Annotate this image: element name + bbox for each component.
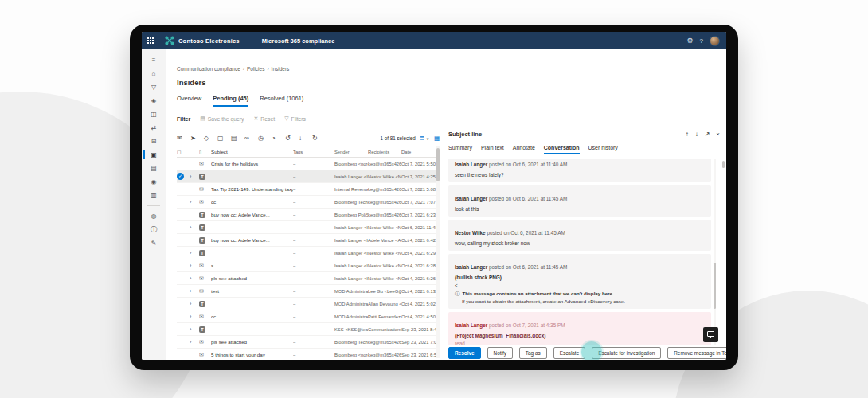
assign-icon[interactable]: ◔ [272,135,285,142]
create-case-icon[interactable]: ▢ [217,135,231,142]
view-selector[interactable]: ≣ ∨ [420,135,429,142]
edit-columns-icon[interactable]: ▦ [434,135,440,142]
filter-action-filters[interactable]: ▽Filters [284,115,306,122]
row-selected-checkbox[interactable]: ✓ [177,173,184,180]
previous-item-icon[interactable]: ↑ [686,131,689,138]
row-checkbox-cell[interactable]: ✓ [177,173,190,180]
sidebar-item-home[interactable]: ⌂ [142,67,166,80]
row-expand-chevron[interactable]: › [190,263,199,268]
close-icon[interactable]: × [716,131,720,138]
column-header-recipients[interactable]: Recipients [368,150,401,154]
help-icon[interactable]: ? [700,37,703,45]
tag-icon[interactable]: ◇ [204,135,217,142]
row-expand-chevron[interactable]: › [190,174,199,179]
panel-tab-annotate[interactable]: Annotate [513,145,535,154]
tab-overview[interactable]: Overview [177,95,201,107]
table-row[interactable]: ›✉test–MOD Administrato...Lee Gu <LeeG@M… [177,285,440,298]
column-header-subject[interactable]: Subject [211,149,293,154]
sidebar-item-menu[interactable]: ≡ [142,53,166,67]
sidebar-item-settings[interactable]: ◍ [142,209,166,223]
table-row[interactable]: ✓›T–Isaiah Langer <Isai...Nestor Wilke <… [177,170,440,183]
avatar[interactable] [710,36,720,46]
resolve-button[interactable]: Resolve [448,347,481,359]
app-launcher-button[interactable] [142,32,159,49]
filter-action-save-the-query[interactable]: ▤Save the query [200,115,244,122]
next-item-icon[interactable]: ↓ [695,131,698,138]
expand-icon[interactable]: ↗ [705,131,710,138]
table-row[interactable]: Tbuy now cc: Adele Vance...–Isaiah Lange… [177,234,440,247]
send-notice-icon[interactable]: ➤ [190,135,204,142]
table-scrollbar[interactable] [436,146,440,358]
table-row[interactable]: ›✉pls see attached–Isaiah Langer <Isai..… [177,272,440,285]
sidebar-item-compliance-manager[interactable]: ▽ [142,80,166,94]
row-subject[interactable]: pls see attached [211,339,293,345]
escalate-button[interactable]: Escalate [553,347,586,359]
sidebar-item-customize[interactable]: ✎ [142,236,166,250]
sidebar-item-people[interactable]: ◉ [142,175,166,189]
row-expand-chevron[interactable]: › [190,275,199,281]
select-all-checkbox[interactable]: ▢ [177,150,190,154]
table-row[interactable]: ✉Crisis for the holidays–Bloomberg <nore… [177,158,440,170]
table-row[interactable]: ›T–MOD Administrato...Allan Deyoung <Al.… [177,298,440,310]
table-row[interactable]: Tbuy now cc: Adele Vance...–Bloomberg Po… [177,209,440,221]
column-header-tags[interactable]: Tags [293,150,334,154]
sidebar-item-classifiers[interactable]: ◈ [142,94,166,107]
row-expand-chevron[interactable]: › [190,326,199,332]
panel-tab-user-history[interactable]: User history [588,145,618,154]
table-row[interactable]: ›T–Isaiah Langer <Isai...Nestor Wilke <N… [177,247,440,259]
notify-button[interactable]: Notify [487,347,513,359]
panel-tab-conversation[interactable]: Conversation [544,145,580,154]
table-row[interactable]: ›T–KSS <KSS@teams...Communications <...S… [177,323,440,336]
sidebar-item-data-connectors[interactable]: ⇄ [142,121,166,135]
gear-icon[interactable]: ⚙ [686,37,693,45]
row-subject[interactable]: 5 things to start your day [211,352,293,357]
table-row[interactable]: ✉Tax Tip 2021-149: Understanding taxpaye… [177,183,440,196]
pending-icon[interactable]: ◷ [258,135,272,142]
tab-resolved[interactable]: Resolved (1061) [260,95,303,107]
row-expand-chevron[interactable]: › [190,199,199,205]
row-expand-chevron[interactable]: › [190,314,199,319]
sidebar-item-catalog[interactable]: ⊞ [142,135,166,148]
table-row[interactable]: ›✉pls see attached–Bloomberg Technol...k… [177,336,440,349]
breadcrumb-item[interactable]: Insiders [272,66,290,72]
link-icon[interactable]: ∞ [244,135,258,142]
row-subject[interactable]: cc [211,199,293,205]
resolve-icon[interactable]: ✉ [177,135,190,142]
panel-tab-plain-text[interactable]: Plain text [481,145,504,154]
history-icon[interactable]: ↺ [285,135,299,142]
row-subject[interactable]: test [211,288,293,294]
row-expand-chevron[interactable]: › [190,250,199,256]
filter-action-reset[interactable]: ✕Reset [253,115,275,122]
row-subject[interactable]: pls see attached [211,275,293,281]
notes-icon[interactable]: ▤ [231,135,244,142]
row-expand-chevron[interactable]: › [190,301,199,306]
row-expand-chevron[interactable]: › [190,224,199,230]
tab-pending[interactable]: Pending (45) [213,95,248,107]
download-icon[interactable]: ↓ [299,135,312,142]
sidebar-item-communication-compliance[interactable]: ▣ [142,148,166,162]
table-row[interactable]: ›✉s–Isaiah Langer <Isai...Nestor Wilke <… [177,259,440,272]
refresh-icon[interactable]: ↻ [312,135,326,142]
row-subject[interactable]: Tax Tip 2021-149: Understanding taxpayer… [211,186,293,192]
row-subject[interactable]: Crisis for the holidays [211,161,293,166]
feedback-button[interactable] [703,327,718,342]
conversation-scrollbar[interactable] [714,159,716,345]
escalate-for-investigation-button[interactable]: Escalate for investigation [592,347,661,359]
tag-as-button[interactable]: Tag as [519,347,547,359]
table-row[interactable]: ›T–Isaiah Langer <Isai...Nestor Wilke <N… [177,221,440,234]
row-subject[interactable]: buy now cc: Adele Vance... [211,237,293,243]
column-header-date[interactable]: Date [401,150,440,154]
breadcrumb-item[interactable]: Policies [247,66,264,72]
row-subject[interactable]: s [211,263,293,268]
sidebar-item-ediscovery[interactable]: ▤ [142,162,166,175]
row-expand-chevron[interactable]: › [190,288,199,294]
row-expand-chevron[interactable]: › [190,339,199,345]
table-row[interactable]: ✉5 things to start your day–Bloomberg <n… [177,349,440,360]
conversation-scrollbar-thumb[interactable] [714,263,716,309]
sidebar-item-info[interactable]: ⓘ [142,223,166,236]
table-scrollbar-thumb[interactable] [436,148,440,181]
panel-scrollbar-thumb[interactable] [722,161,725,168]
sidebar-item-records-management[interactable]: ▥ [142,189,166,202]
breadcrumb-item[interactable]: Communication compliance [177,66,240,72]
sidebar-item-data-classification[interactable]: ◫ [142,107,166,121]
